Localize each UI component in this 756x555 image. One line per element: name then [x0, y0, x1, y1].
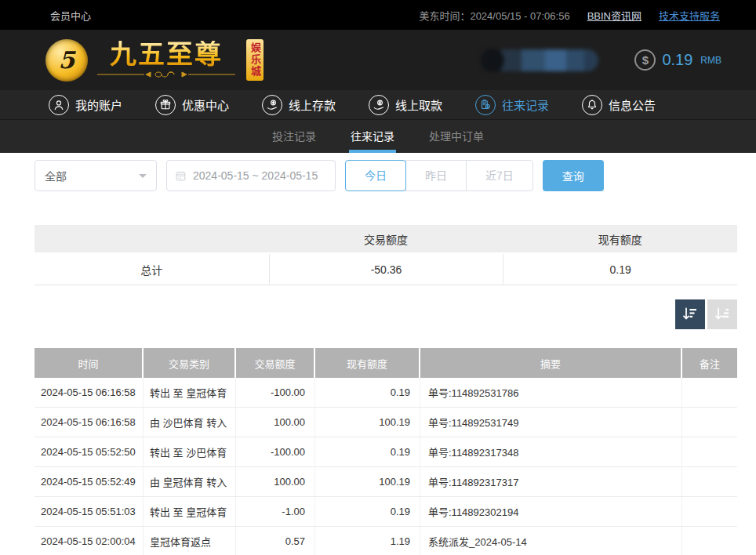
balance-amount: 0.19 — [662, 51, 692, 69]
cell-summary: 单号:114892531749 — [420, 408, 682, 437]
cell-balance: 0.19 — [315, 497, 420, 526]
brand-name: 九五至尊 — [110, 41, 223, 69]
quick-range-group: 今日 昨日 近7日 — [345, 160, 533, 191]
brand-header: 5 九五至尊 娱乐城 $ 0.19 RMB — [0, 30, 756, 90]
col-header-balance: 现有额度 — [315, 348, 420, 378]
records-icon — [475, 95, 496, 115]
member-center-label: 会员中心 — [50, 8, 91, 23]
header-right: $ 0.19 RMB — [482, 49, 721, 71]
table-row: 2024-05-15 05:52:49 由 皇冠体育 转入 100.00 100… — [35, 467, 737, 497]
cell-remark — [682, 378, 737, 407]
cell-balance: 1.19 — [315, 527, 420, 555]
cell-type: 皇冠体育返点 — [144, 527, 236, 555]
col-header-amount: 交易额度 — [236, 348, 315, 378]
cell-summary: 单号:114892317348 — [420, 437, 682, 466]
nav-item-my-account[interactable]: 我的账户 — [49, 95, 122, 115]
cell-type: 转出 至 皇冠体育 — [144, 378, 236, 407]
eastern-time-label: 美东时间：2024/05/15 - 07:06:56 — [419, 8, 569, 23]
topbar-right: 美东时间：2024/05/15 - 07:06:56 BBIN资讯网 技术支持服… — [419, 8, 720, 23]
nav-label: 信息公告 — [609, 96, 656, 113]
date-range-value: 2024-05-15 ~ 2024-05-15 — [193, 169, 318, 182]
sort-descending-button[interactable] — [675, 299, 705, 329]
col-header-type: 交易类别 — [144, 348, 236, 378]
main-nav: 我的账户 优惠中心 线上存款 线上取款 往来记录 信息公告 — [0, 90, 756, 120]
query-button[interactable]: 查询 — [543, 160, 604, 191]
cell-amount: 100.00 — [236, 408, 315, 437]
cell-remark — [682, 408, 737, 437]
balance-currency: RMB — [700, 55, 721, 66]
cell-summary: 系统派发_2024-05-14 — [420, 527, 682, 555]
table-row: 2024-05-15 05:51:03 转出 至 皇冠体育 -1.00 0.19… — [35, 497, 737, 527]
dollar-coin-icon: $ — [634, 49, 656, 71]
cell-amount: 100.00 — [236, 467, 315, 496]
bell-icon — [582, 95, 602, 115]
nav-item-withdraw[interactable]: 线上取款 — [369, 95, 442, 115]
nav-label: 往来记录 — [502, 96, 549, 113]
deposit-icon — [262, 95, 282, 115]
cell-summary: 单号:114892317317 — [420, 467, 682, 496]
table-row: 2024-05-15 06:16:58 由 沙巴体育 转入 100.00 100… — [35, 408, 737, 437]
yesterday-button[interactable]: 昨日 — [405, 160, 467, 191]
col-header-remark: 备注 — [682, 348, 737, 378]
cell-time: 2024-05-15 06:16:58 — [35, 408, 144, 437]
summary-total-row: 总计 -50.36 0.19 — [35, 254, 737, 285]
gift-icon — [155, 95, 176, 115]
summary-header-balance: 现有额度 — [503, 225, 737, 252]
cell-time: 2024-05-15 05:52:49 — [35, 467, 144, 496]
tab-betting-records[interactable]: 投注记录 — [272, 120, 316, 153]
cell-remark — [682, 527, 737, 555]
col-header-time: 时间 — [35, 348, 144, 378]
cell-type: 转出 至 沙巴体育 — [144, 437, 236, 466]
summary-table: 交易额度 现有额度 总计 -50.36 0.19 — [35, 225, 737, 285]
cell-type: 由 沙巴体育 转入 — [144, 408, 236, 437]
withdraw-icon — [369, 95, 389, 115]
username-redacted[interactable] — [482, 49, 598, 71]
cell-remark — [682, 437, 737, 466]
cell-remark — [682, 497, 737, 526]
site-logo[interactable]: 5 九五至尊 娱乐城 — [45, 39, 264, 82]
summary-total-label: 总计 — [35, 254, 269, 285]
date-range-input[interactable]: 2024-05-15 ~ 2024-05-15 — [166, 160, 336, 191]
chevron-down-icon — [139, 174, 147, 182]
entertainment-city-badge: 娱乐城 — [246, 39, 264, 81]
nav-item-promotions[interactable]: 优惠中心 — [155, 95, 229, 115]
tech-support-link[interactable]: 技术支持服务 — [659, 8, 720, 23]
subnav: 投注记录 往来记录 处理中订单 — [0, 120, 756, 153]
filter-bar: 全部 2024-05-15 ~ 2024-05-15 今日 昨日 近7日 查询 — [35, 160, 756, 191]
logo-flourish-ornament — [96, 70, 237, 79]
cell-balance: 0.19 — [315, 437, 420, 466]
records-header-row: 时间 交易类别 交易额度 现有额度 摘要 备注 — [35, 348, 737, 378]
nav-item-deposit[interactable]: 线上存款 — [262, 95, 336, 115]
cell-type: 转出 至 皇冠体育 — [144, 497, 236, 526]
cell-balance: 100.19 — [315, 467, 420, 496]
tab-processing-orders[interactable]: 处理中订单 — [429, 120, 484, 153]
user-icon — [49, 95, 69, 115]
summary-header-transaction: 交易额度 — [269, 225, 503, 252]
cell-amount: -100.00 — [236, 378, 315, 407]
sort-ascending-icon — [713, 305, 732, 324]
last7days-button[interactable]: 近7日 — [466, 160, 533, 191]
cell-remark — [682, 467, 737, 496]
nav-label: 线上存款 — [289, 96, 336, 113]
cell-amount: -100.00 — [236, 437, 315, 466]
bbin-news-link[interactable]: BBIN资讯网 — [587, 8, 642, 23]
category-select[interactable]: 全部 — [35, 160, 157, 191]
cell-time: 2024-05-15 05:51:03 — [35, 497, 144, 526]
nav-label: 线上取款 — [395, 96, 442, 113]
summary-balance-total: 0.19 — [503, 254, 737, 285]
tab-transaction-records[interactable]: 往来记录 — [351, 120, 394, 153]
cell-balance: 0.19 — [315, 378, 420, 407]
sort-ascending-button[interactable] — [707, 299, 737, 329]
summary-header-row: 交易额度 现有额度 — [35, 225, 737, 254]
records-table: 时间 交易类别 交易额度 现有额度 摘要 备注 2024-05-15 06:16… — [35, 348, 737, 555]
nav-item-announcements[interactable]: 信息公告 — [582, 95, 656, 115]
balance-display[interactable]: $ 0.19 RMB — [634, 49, 721, 71]
cell-amount: 0.57 — [236, 527, 315, 555]
cell-time: 2024-05-15 06:16:58 — [35, 378, 144, 407]
col-header-summary: 摘要 — [420, 348, 682, 378]
cell-type: 由 皇冠体育 转入 — [144, 467, 236, 496]
category-selected-value: 全部 — [45, 168, 67, 183]
table-row: 2024-05-15 05:52:50 转出 至 沙巴体育 -100.00 0.… — [35, 437, 737, 467]
today-button[interactable]: 今日 — [345, 160, 406, 191]
nav-item-transaction-records[interactable]: 往来记录 — [475, 95, 549, 115]
